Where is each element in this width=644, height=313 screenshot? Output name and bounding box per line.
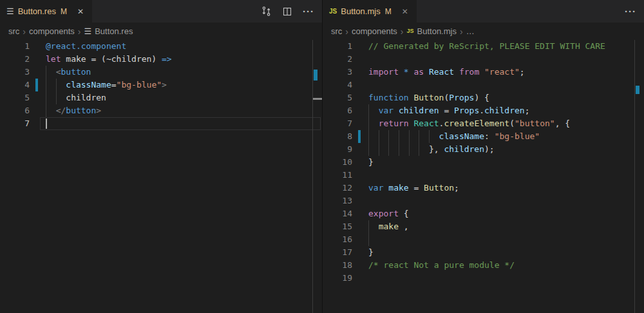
- editor-line[interactable]: 16: [323, 233, 644, 246]
- editor-line[interactable]: 5function Button(Props) {: [323, 91, 644, 104]
- line-number[interactable]: 5: [0, 91, 30, 104]
- line-number[interactable]: 8: [323, 130, 352, 143]
- breadcrumb-separator-icon: ›: [401, 26, 404, 37]
- breadcrumb-item[interactable]: ☰Button.res: [84, 26, 133, 36]
- overview-modified-marker: [636, 86, 639, 94]
- editor-line[interactable]: 6 var children = Props.children;: [323, 104, 644, 117]
- tab-button-res[interactable]: ☰Button.resM✕: [0, 0, 92, 23]
- line-number[interactable]: 4: [0, 79, 30, 91]
- code-token: as: [413, 67, 424, 77]
- split-editor-icon[interactable]: [281, 6, 293, 17]
- breadcrumb-separator-icon: ›: [23, 26, 26, 37]
- code-text: className: "bg-blue": [368, 130, 540, 143]
- editor-line[interactable]: 10}: [323, 156, 644, 169]
- line-number[interactable]: 12: [323, 182, 352, 194]
- line-number[interactable]: 18: [323, 259, 352, 272]
- editor-line[interactable]: 17}: [323, 246, 644, 259]
- breadcrumb: src›components›☰Button.res: [0, 23, 322, 40]
- line-number[interactable]: 3: [0, 66, 30, 79]
- close-icon[interactable]: ✕: [75, 7, 86, 16]
- editor-line[interactable]: 14export {: [323, 207, 644, 220]
- editor-line[interactable]: 6 </button>: [0, 104, 322, 117]
- git-modified-badge: M: [61, 7, 67, 16]
- code-text: /* react Not a pure module */: [368, 259, 515, 272]
- line-number[interactable]: 2: [323, 53, 352, 66]
- editor-line[interactable]: 18/* react Not a pure module */: [323, 259, 644, 272]
- code-token: >: [162, 80, 167, 90]
- line-number[interactable]: 7: [0, 117, 30, 130]
- line-number[interactable]: 19: [323, 272, 352, 285]
- breadcrumb-item[interactable]: JSButton.mjs: [407, 26, 457, 36]
- breadcrumb-item[interactable]: components: [352, 26, 397, 36]
- line-number[interactable]: 13: [323, 194, 352, 207]
- code-token: [46, 80, 66, 90]
- editor-line[interactable]: 11: [323, 169, 644, 182]
- editor-line[interactable]: 2: [323, 53, 644, 66]
- overview-ruler[interactable]: [634, 40, 644, 313]
- editor-line[interactable]: 7 return React.createElement("button", {: [323, 117, 644, 130]
- line-number[interactable]: 10: [323, 156, 352, 169]
- editor-line[interactable]: 13: [323, 194, 644, 207]
- breadcrumb-item[interactable]: components: [29, 26, 75, 36]
- editor-line[interactable]: 3 <button: [0, 66, 322, 79]
- code-token: make: [379, 222, 399, 231]
- code-token: export: [368, 209, 399, 218]
- code-text: // Generated by ReScript, PLEASE EDIT WI…: [368, 40, 605, 53]
- editor-line[interactable]: 8 className: "bg-blue": [323, 130, 644, 143]
- breadcrumb-item[interactable]: src: [331, 26, 342, 36]
- code-token: ,: [399, 222, 409, 231]
- code-token: },: [429, 144, 444, 154]
- code-token: children: [66, 93, 106, 102]
- breadcrumb-item[interactable]: …: [466, 26, 475, 36]
- code-token: ) {: [474, 93, 489, 102]
- editor-line[interactable]: 1@react.component: [0, 40, 322, 53]
- line-number[interactable]: 11: [323, 169, 352, 182]
- editor-line[interactable]: 2let make = (~children) =>: [0, 53, 322, 66]
- breadcrumb-item[interactable]: src: [8, 26, 19, 36]
- tab-button-mjs[interactable]: JSButton.mjsM✕: [323, 0, 417, 23]
- line-number[interactable]: 15: [323, 220, 352, 233]
- more-actions-icon[interactable]: ···: [625, 6, 636, 17]
- editor-line[interactable]: 5 children: [0, 91, 322, 104]
- line-number[interactable]: 6: [323, 104, 352, 117]
- open-changes-icon[interactable]: [260, 6, 272, 17]
- line-number[interactable]: 16: [323, 233, 352, 246]
- breadcrumb-separator-icon: ›: [345, 26, 348, 37]
- code-token: make: [388, 183, 408, 193]
- line-number[interactable]: 14: [323, 207, 352, 220]
- line-number[interactable]: 3: [323, 66, 352, 79]
- code-token: var: [368, 183, 383, 193]
- code-token: @react.component: [46, 41, 126, 51]
- code-token: React: [413, 119, 439, 128]
- code-text: let make = (~children) =>: [46, 53, 172, 66]
- line-number[interactable]: 1: [323, 40, 352, 53]
- code-token: [46, 93, 66, 102]
- editor-line[interactable]: 9 }, children);: [323, 143, 644, 156]
- line-number[interactable]: 4: [323, 79, 352, 91]
- code-text: }: [368, 156, 374, 169]
- editor-line[interactable]: 19: [323, 272, 644, 285]
- editor-line[interactable]: 1// Generated by ReScript, PLEASE EDIT W…: [323, 40, 644, 53]
- code-token: Props: [454, 106, 479, 115]
- editor-line[interactable]: 12var make = Button;: [323, 182, 644, 194]
- file-lines-icon: ☰: [6, 7, 14, 15]
- editor-line[interactable]: 4 className="bg-blue">: [0, 79, 322, 91]
- line-number[interactable]: 2: [0, 53, 30, 66]
- editor-line[interactable]: 4: [323, 79, 644, 91]
- editor-line[interactable]: 3import * as React from "react";: [323, 66, 644, 79]
- editor-line[interactable]: 7: [0, 117, 322, 130]
- more-actions-icon[interactable]: ···: [303, 6, 314, 17]
- code-token: [399, 67, 404, 77]
- line-number[interactable]: 9: [323, 143, 352, 156]
- line-number[interactable]: 17: [323, 246, 352, 259]
- code-token: {: [399, 209, 409, 218]
- line-number[interactable]: 5: [323, 91, 352, 104]
- line-number[interactable]: 7: [323, 117, 352, 130]
- line-number[interactable]: 6: [0, 104, 30, 117]
- editor-line[interactable]: 15 make ,: [323, 220, 644, 233]
- code-token: [454, 67, 459, 77]
- code-token: }: [368, 247, 374, 257]
- line-number[interactable]: 1: [0, 40, 30, 53]
- overview-ruler[interactable]: [312, 40, 322, 313]
- close-icon[interactable]: ✕: [400, 7, 410, 16]
